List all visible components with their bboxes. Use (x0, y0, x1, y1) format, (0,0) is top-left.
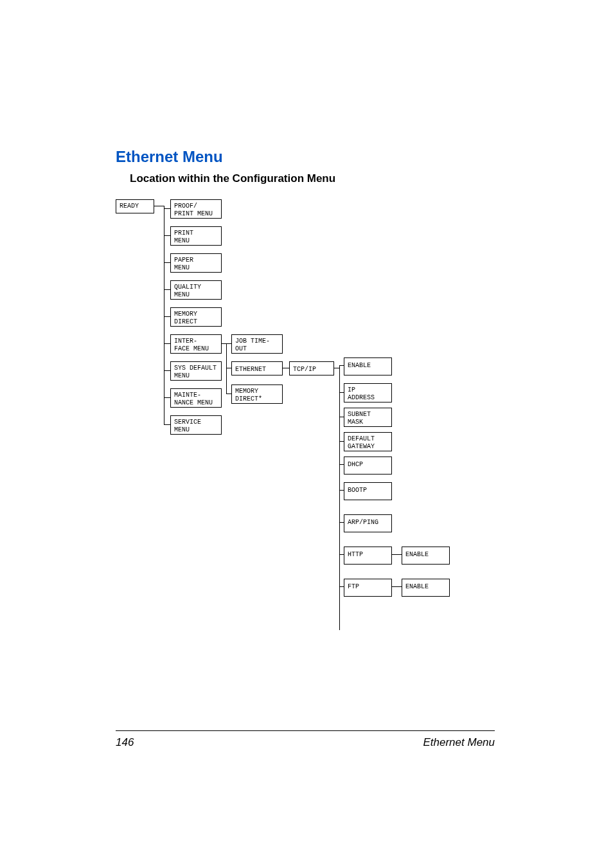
node-enable: ENABLE (344, 357, 392, 375)
node-arp-ping: ARP/PING (344, 514, 392, 532)
node-proof-print-menu: PROOF/ PRINT MENU (170, 199, 222, 219)
node-default-gateway: DEFAULT GATEWAY (344, 432, 392, 451)
node-http-enable: ENABLE (402, 547, 450, 565)
node-tcpip: TCP/IP (289, 361, 334, 375)
node-print-menu: PRINT MENU (170, 226, 222, 246)
footer-section: Ethernet Menu (423, 736, 495, 749)
menu-tree-diagram: READY PROOF/ PRINT MENU PRINT MENU PAPER… (116, 199, 495, 682)
node-dhcp: DHCP (344, 457, 392, 475)
node-memory-direct-star: MEMORY DIRECT* (231, 384, 283, 404)
page-number: 146 (116, 736, 134, 749)
node-ftp-enable: ENABLE (402, 579, 450, 597)
node-interface-menu: INTER- FACE MENU (170, 334, 222, 354)
node-service-menu: SERVICE MENU (170, 415, 222, 435)
node-http: HTTP (344, 547, 392, 565)
node-subnet-mask: SUBNET MASK (344, 408, 392, 427)
node-ip-address: IP ADDRESS (344, 383, 392, 402)
page-footer: 146 Ethernet Menu (116, 730, 495, 749)
node-ethernet: ETHERNET (231, 361, 283, 375)
node-maintenance-menu: MAINTE- NANCE MENU (170, 388, 222, 408)
node-memory-direct: MEMORY DIRECT (170, 307, 222, 327)
page-title: Ethernet Menu (116, 148, 495, 166)
node-bootp: BOOTP (344, 482, 392, 500)
node-ftp: FTP (344, 579, 392, 597)
node-paper-menu: PAPER MENU (170, 253, 222, 273)
node-sys-default-menu: SYS DEFAULT MENU (170, 361, 222, 381)
node-quality-menu: QUALITY MENU (170, 280, 222, 300)
node-ready: READY (116, 199, 154, 213)
node-job-timeout: JOB TIME- OUT (231, 334, 283, 354)
section-title: Location within the Configuration Menu (130, 172, 495, 185)
